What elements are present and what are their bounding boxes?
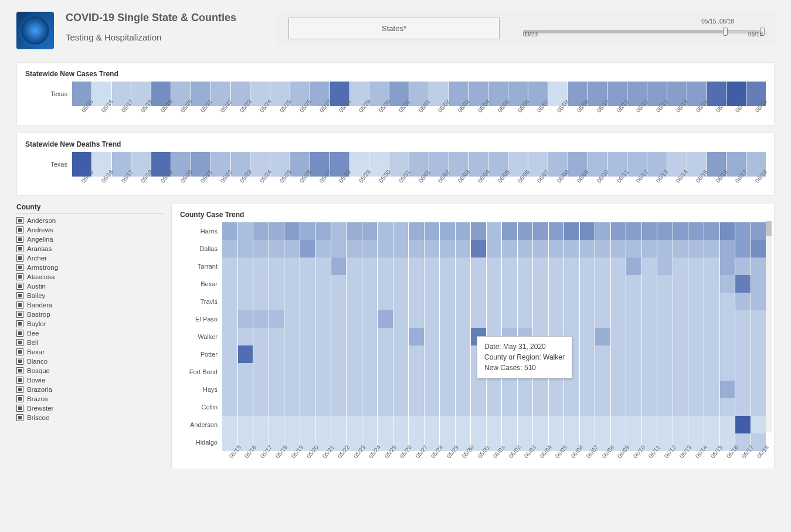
- heatmap-cell[interactable]: [393, 257, 409, 275]
- heatmap-cell[interactable]: [440, 293, 455, 310]
- heatmap-cell[interactable]: [580, 398, 595, 416]
- heatmap-cell[interactable]: [300, 310, 315, 328]
- county-filter-item[interactable]: Austin: [16, 282, 163, 291]
- heatmap-cell[interactable]: [595, 310, 610, 328]
- heatmap-cell[interactable]: [720, 310, 735, 328]
- heatmap-cell[interactable]: [284, 310, 300, 328]
- heatmap-cell[interactable]: [331, 240, 347, 257]
- heatmap-cell[interactable]: [487, 293, 502, 310]
- heatmap-cell[interactable]: [238, 398, 253, 416]
- heatmap-cell[interactable]: [720, 293, 735, 310]
- heatmap-cell[interactable]: [611, 416, 626, 433]
- heatmap-cell[interactable]: [269, 416, 284, 433]
- county-filter-item[interactable]: Bastrop: [16, 310, 163, 319]
- heatmap-cell[interactable]: [673, 240, 688, 257]
- heatmap-cell[interactable]: [300, 222, 315, 240]
- heatmap-cell[interactable]: [456, 381, 471, 398]
- heatmap-cell[interactable]: [580, 363, 595, 381]
- heatmap-cell[interactable]: [238, 257, 253, 275]
- heatmap-cell[interactable]: [347, 257, 362, 275]
- heatmap-cell[interactable]: [751, 257, 766, 275]
- heatmap-cell[interactable]: [409, 416, 424, 433]
- heatmap-cell[interactable]: [393, 222, 409, 240]
- heatmap-cell[interactable]: [409, 381, 424, 398]
- heatmap-cell[interactable]: [626, 275, 641, 293]
- heatmap-cell[interactable]: [704, 293, 719, 310]
- heatmap-cell[interactable]: [688, 398, 704, 416]
- heatmap-cell[interactable]: [595, 345, 610, 363]
- heatmap-cell[interactable]: [735, 257, 751, 275]
- states-button[interactable]: States*: [288, 18, 500, 39]
- heatmap-cell[interactable]: [688, 240, 704, 257]
- heatmap-cell[interactable]: [564, 310, 579, 328]
- heatmap-cell[interactable]: [642, 328, 657, 345]
- heatmap-cell[interactable]: [688, 257, 704, 275]
- checkbox-icon[interactable]: [16, 377, 23, 384]
- county-filter-item[interactable]: Bowie: [16, 375, 163, 385]
- heatmap-cell[interactable]: [347, 345, 362, 363]
- heatmap-cell[interactable]: [502, 398, 517, 416]
- heatmap-cell[interactable]: [580, 275, 595, 293]
- heatmap-cell[interactable]: [393, 398, 409, 416]
- heatmap-cell[interactable]: [518, 293, 533, 310]
- heatmap-cell[interactable]: [409, 275, 424, 293]
- county-filter-item[interactable]: Briscoe: [16, 413, 163, 422]
- county-filter-item[interactable]: Brewster: [16, 404, 163, 413]
- heatmap-cell[interactable]: [611, 222, 626, 240]
- heatmap-cell[interactable]: [518, 416, 533, 433]
- heatmap-cell[interactable]: [300, 328, 315, 345]
- heatmap-cell[interactable]: [425, 240, 440, 257]
- heatmap-cell[interactable]: [549, 416, 564, 433]
- heatmap-cell[interactable]: [751, 416, 766, 433]
- heatmap-cell[interactable]: [471, 398, 486, 416]
- heatmap-cell[interactable]: [269, 345, 284, 363]
- heatmap-cell[interactable]: [315, 363, 331, 381]
- heatmap-cell[interactable]: [673, 257, 688, 275]
- heatmap-cell[interactable]: [440, 398, 455, 416]
- heatmap-cell[interactable]: [611, 381, 626, 398]
- heatmap-cell[interactable]: [657, 257, 673, 275]
- heatmap-cell[interactable]: [362, 398, 378, 416]
- heatmap-cell[interactable]: [626, 257, 641, 275]
- heatmap-cell[interactable]: [533, 381, 548, 398]
- heatmap-cell[interactable]: [347, 293, 362, 310]
- heatmap-cell[interactable]: [580, 293, 595, 310]
- heatmap-cell[interactable]: [269, 240, 284, 257]
- heatmap-cell[interactable]: [440, 381, 455, 398]
- heatmap-cell[interactable]: [611, 345, 626, 363]
- heatmap-cell[interactable]: [315, 381, 331, 398]
- heatmap-cell[interactable]: [456, 293, 471, 310]
- heatmap-cell[interactable]: [362, 381, 378, 398]
- heatmap-cell[interactable]: [300, 345, 315, 363]
- checkbox-icon[interactable]: [16, 414, 23, 421]
- heatmap-cell[interactable]: [409, 363, 424, 381]
- heatmap-cell[interactable]: [456, 345, 471, 363]
- heatmap-cell[interactable]: [751, 398, 766, 416]
- heatmap-cell[interactable]: [688, 381, 704, 398]
- heatmap-cell[interactable]: [269, 293, 284, 310]
- heatmap-cell[interactable]: [284, 363, 300, 381]
- heatmap-cell[interactable]: [378, 416, 393, 433]
- heatmap-cell[interactable]: [393, 293, 409, 310]
- county-row-cells[interactable]: [222, 293, 766, 310]
- heatmap-cell[interactable]: [611, 275, 626, 293]
- heatmap-cell[interactable]: [315, 328, 331, 345]
- heatmap-cell[interactable]: [673, 310, 688, 328]
- heatmap-cell[interactable]: [518, 240, 533, 257]
- heatmap-cell[interactable]: [657, 363, 673, 381]
- heatmap-cell[interactable]: [284, 398, 300, 416]
- heatmap-cell[interactable]: [362, 257, 378, 275]
- heatmap-cell[interactable]: [253, 240, 269, 257]
- heatmap-cell[interactable]: [595, 293, 610, 310]
- heatmap-cell[interactable]: [673, 363, 688, 381]
- heatmap-cell[interactable]: [393, 416, 409, 433]
- heatmap-cell[interactable]: [688, 345, 704, 363]
- heatmap-cell[interactable]: [222, 257, 237, 275]
- heatmap-cell[interactable]: [502, 240, 517, 257]
- heatmap-cell[interactable]: [253, 381, 269, 398]
- heatmap-cell[interactable]: [456, 310, 471, 328]
- heatmap-cell[interactable]: [378, 240, 393, 257]
- heatmap-cell[interactable]: [688, 222, 704, 240]
- heatmap-cell[interactable]: [362, 310, 378, 328]
- heatmap-cell[interactable]: [688, 310, 704, 328]
